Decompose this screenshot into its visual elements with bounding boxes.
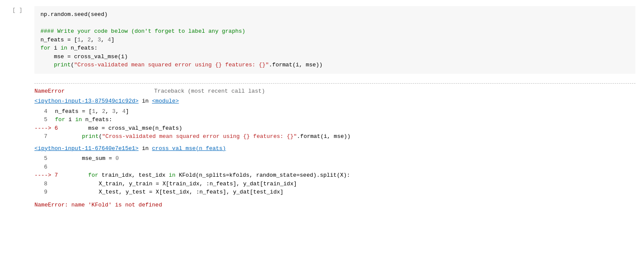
tb1-line7: 7 print("Cross-validated mean squared er… — [34, 132, 635, 141]
tb2-line7-arrow: ----> 7 for train_idx, test_idx in KFold… — [34, 171, 635, 180]
code-line-2 — [40, 19, 629, 28]
error-name: NameError — [34, 88, 65, 94]
tb1-line5: 5 for i in n_feats: — [34, 116, 635, 124]
error-output: NameError Traceback (most recent call la… — [34, 74, 635, 209]
error-header-line: NameError Traceback (most recent call la… — [34, 87, 635, 96]
traceback-block2: 5 mse_sum = 0 6 ----> 7 for train_idx, t… — [34, 154, 635, 197]
traceback-link2[interactable]: <ipython-input-11-67640e7e15e1> — [34, 145, 139, 152]
cell-content: np.random.seed(seed) #### Write your cod… — [26, 0, 644, 275]
tb2-line5: 5 mse_sum = 0 — [34, 154, 635, 163]
code-line-5: for i in n_feats: — [40, 44, 629, 53]
code-line-6: mse = cross_val_mse(i) — [40, 53, 629, 61]
cell-gutter: [ ] — [0, 0, 26, 275]
error-divider — [34, 83, 635, 84]
traceback-module: <module> — [152, 98, 179, 104]
traceback-in2: in — [142, 145, 152, 152]
error-final-text: NameError: name 'KFold' is not defined — [34, 202, 162, 208]
code-line-3: #### Write your code below (don't forget… — [40, 27, 629, 36]
code-line-7: print("Cross-validated mean squared erro… — [40, 61, 629, 69]
tb1-line6-arrow: ----> 6 mse = cross_val_mse(n_feats) — [34, 124, 635, 133]
code-line-1: np.random.seed(seed) — [40, 10, 629, 19]
traceback-label: Traceback (most recent call last) — [154, 88, 265, 94]
tb2-line9: 9 X_test, y_test = X[test_idx, :n_feats]… — [34, 188, 635, 197]
traceback-func: cross_val_mse(n_feats) — [152, 145, 226, 152]
code-line-4: n_feats = [1, 2, 3, 4] — [40, 36, 629, 44]
cell-label: [ ] — [12, 6, 22, 15]
tb2-line6: 6 — [34, 163, 635, 172]
notebook-cell: [ ] np.random.seed(seed) #### Write your… — [0, 0, 644, 275]
error-final-message: NameError: name 'KFold' is not defined — [34, 201, 635, 209]
code-input-area[interactable]: np.random.seed(seed) #### Write your cod… — [34, 6, 635, 74]
traceback-link2-line: <ipython-input-11-67640e7e15e1> in cross… — [34, 144, 635, 153]
traceback-in1: in — [142, 98, 152, 104]
traceback-link1-line: <ipython-input-13-875949c1c92d> in <modu… — [34, 97, 635, 106]
traceback-block1: 4 n_feats = [1, 2, 3, 4] 5 for i in n_fe… — [34, 107, 635, 141]
tb1-line4: 4 n_feats = [1, 2, 3, 4] — [34, 107, 635, 116]
traceback-link1[interactable]: <ipython-input-13-875949c1c92d> — [34, 98, 139, 104]
tb2-line8: 8 X_train, y_train = X[train_idx, :n_fea… — [34, 180, 635, 188]
